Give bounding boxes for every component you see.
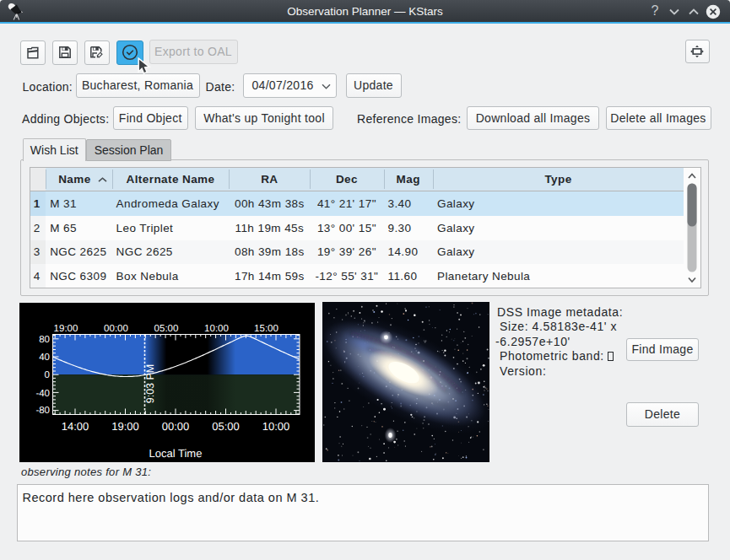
svg-text:05:00: 05:00 bbox=[212, 420, 240, 433]
svg-text:10:00: 10:00 bbox=[204, 324, 229, 334]
svg-text:14:00: 14:00 bbox=[62, 420, 89, 433]
svg-text:80: 80 bbox=[39, 335, 50, 345]
svg-text:10:00: 10:00 bbox=[262, 420, 290, 433]
svg-text:15:00: 15:00 bbox=[254, 324, 278, 334]
svg-text:9:03 PM: 9:03 PM bbox=[144, 364, 156, 404]
svg-text:0: 0 bbox=[45, 370, 50, 380]
svg-text:05:00: 05:00 bbox=[154, 324, 179, 334]
svg-text:00:00: 00:00 bbox=[162, 420, 190, 433]
svg-text:Local Time: Local Time bbox=[149, 447, 203, 460]
svg-text:00:00: 00:00 bbox=[104, 324, 128, 334]
svg-text:-80: -80 bbox=[35, 406, 50, 416]
svg-text:19:00: 19:00 bbox=[54, 324, 78, 334]
svg-text:-40: -40 bbox=[35, 389, 50, 399]
svg-text:40: 40 bbox=[39, 353, 50, 363]
svg-text:19:00: 19:00 bbox=[111, 420, 139, 433]
